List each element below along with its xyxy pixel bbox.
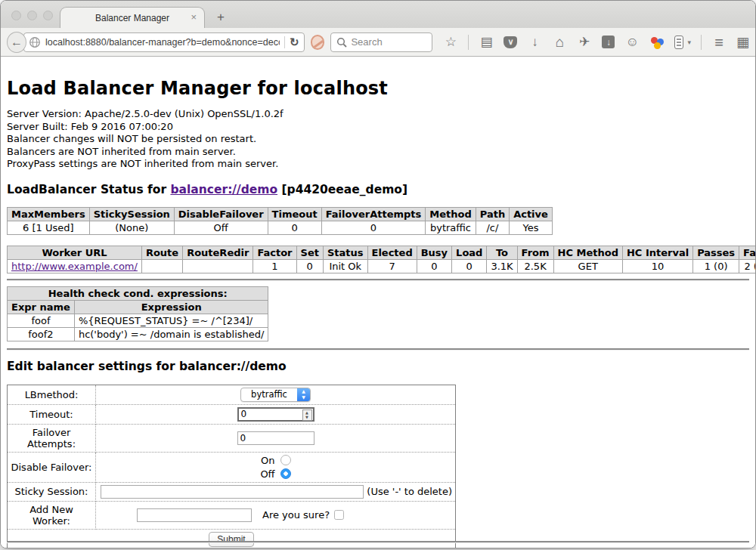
toolbar-separator-2 <box>701 35 702 50</box>
col-hc-method: HC Method <box>553 246 622 259</box>
cell-failoverattempts: 0 <box>321 221 426 234</box>
search-input[interactable] <box>351 36 426 48</box>
status-heading-prefix: LoadBalancer Status for <box>7 183 170 196</box>
cell-busy: 0 <box>417 259 451 273</box>
col-stickysession: StickySession <box>89 207 174 221</box>
submit-button[interactable]: Submit <box>209 532 253 547</box>
number-spinner-icon[interactable]: ▲▼ <box>302 409 312 421</box>
col-disablefailover: DisableFailover <box>174 207 268 221</box>
col-from: From <box>517 246 553 259</box>
col-worker-url: Worker URL <box>8 246 142 259</box>
col-method: Method <box>426 207 476 221</box>
cell-hc-interval: 10 <box>622 259 692 273</box>
col-active: Active <box>510 207 553 221</box>
cell-routeredir <box>183 259 253 273</box>
col-factor: Factor <box>253 246 296 259</box>
radio-on-label: On <box>261 455 274 466</box>
disable-failover-cell: On Off <box>96 452 456 482</box>
timeout-label: Timeout: <box>8 404 96 424</box>
cell-to: 3.1K <box>487 259 517 273</box>
new-tab-button[interactable]: + <box>217 10 225 25</box>
sticky-session-input[interactable] <box>101 485 364 499</box>
cell-expr-name: foof2 <box>8 327 75 341</box>
health-header-row: Expr name Expression <box>8 300 268 314</box>
tab-balancer-manager[interactable]: Balancer Manager × <box>60 7 205 28</box>
sticky-session-cell: (Use '-' to delete) <box>96 482 456 501</box>
timeout-row: Timeout: ▲▼ <box>8 404 456 424</box>
battery-dropdown-caret-icon[interactable]: ▾ <box>687 39 691 46</box>
section-divider <box>7 348 749 351</box>
bookmark-star-icon[interactable]: ☆ <box>443 36 458 48</box>
server-built-line: Server Built: Feb 9 2016 07:00:20 <box>7 121 749 134</box>
failover-attempts-input[interactable] <box>237 431 314 445</box>
col-elected: Elected <box>367 246 417 259</box>
col-busy: Busy <box>417 246 451 259</box>
save-to-device-icon[interactable]: ↓ <box>602 36 615 48</box>
col-expr-name: Expr name <box>8 300 75 314</box>
add-worker-input[interactable] <box>137 508 252 522</box>
cell-passes: 1 (0) <box>693 259 739 273</box>
tab-title: Balancer Manager <box>95 13 169 23</box>
cell-fails: 2 (0) <box>739 259 755 273</box>
failover-attempts-cell <box>96 424 456 452</box>
back-button[interactable]: ← <box>7 32 26 53</box>
lbmethod-row: LBmethod: bytraffic ▲▼ <box>8 385 456 404</box>
cell-disablefailover: Off <box>174 221 268 234</box>
section-divider <box>7 279 749 281</box>
window-zoom-button[interactable] <box>43 11 53 20</box>
cell-set: 0 <box>296 259 323 273</box>
health-row: foof %{REQUEST_STATUS} =~ /^[234]/ <box>8 314 268 327</box>
cell-elected: 7 <box>367 259 417 273</box>
feedback-smiley-icon[interactable]: ☺ <box>624 36 640 48</box>
timeout-cell: ▲▼ <box>96 404 456 424</box>
cell-route <box>141 259 182 273</box>
health-row: foof2 hc('body') =~ /domain is establish… <box>8 327 268 341</box>
window-minimize-button[interactable] <box>27 11 37 20</box>
tab-close-icon[interactable]: × <box>191 11 197 23</box>
url-bar[interactable]: ↻ <box>23 32 305 52</box>
reading-list-icon[interactable]: ▤ <box>479 36 494 48</box>
url-input[interactable] <box>45 37 280 48</box>
loadbalancer-status-heading: LoadBalancer Status for balancer://demo … <box>7 183 749 196</box>
content-blocker-icon[interactable] <box>311 35 325 50</box>
cell-expression: %{REQUEST_STATUS} =~ /^[234]/ <box>74 314 268 327</box>
page-content: Load Balancer Manager for localhost Serv… <box>1 57 755 548</box>
menu-hamburger-icon[interactable]: ≡ <box>711 35 727 50</box>
cell-timeout: 0 <box>268 221 321 234</box>
lbmethod-cell: bytraffic ▲▼ <box>96 385 456 404</box>
sticky-session-hint: (Use '-' to delete) <box>364 486 452 497</box>
window-close-button[interactable] <box>11 11 21 20</box>
sticky-session-label: Sticky Session: <box>8 482 96 501</box>
multi-color-extension-icon[interactable] <box>649 36 665 49</box>
battery-extension-icon[interactable] <box>674 36 683 49</box>
reload-icon[interactable]: ↻ <box>290 36 299 49</box>
edit-settings-heading: Edit balancer settings for balancer://de… <box>7 360 749 373</box>
balancer-demo-link[interactable]: balancer://demo <box>170 183 277 196</box>
disable-failover-on-radio[interactable] <box>280 455 291 465</box>
home-icon[interactable]: ⌂ <box>552 35 567 49</box>
disable-failover-row: Disable Failover: On Off <box>8 452 456 482</box>
browser-window: Balancer Manager × + ← ↻ ☆ ▤ ∨ ↓ ⌂ ✈ ↓ ☺ <box>0 0 756 548</box>
disable-failover-off-radio[interactable] <box>280 468 291 479</box>
cell-active: Yes <box>510 221 553 234</box>
col-set: Set <box>296 246 323 259</box>
server-info: Server Version: Apache/2.5.0-dev (Unix) … <box>7 108 749 171</box>
tab-groups-icon[interactable]: ▦ <box>736 34 749 51</box>
globe-icon <box>29 36 41 48</box>
lbmethod-select[interactable]: bytraffic ▲▼ <box>240 388 311 402</box>
radio-off-label: Off <box>260 468 274 480</box>
cell-method: bytraffic <box>426 221 476 234</box>
are-you-sure-checkbox[interactable] <box>334 510 344 520</box>
cell-status: Init Ok <box>323 259 367 273</box>
col-status: Status <box>323 246 367 259</box>
col-expression: Expression <box>74 300 268 314</box>
lbmethod-selected-value: bytraffic <box>241 389 297 400</box>
send-tab-icon[interactable]: ✈ <box>577 36 592 48</box>
persist-note-line: Balancer changes will NOT be persisted o… <box>7 133 749 146</box>
sticky-session-row: Sticky Session: (Use '-' to delete) <box>8 482 456 501</box>
worker-url-link[interactable]: http://www.example.com/ <box>11 261 138 272</box>
downloads-icon[interactable]: ↓ <box>527 36 542 48</box>
pocket-icon[interactable]: ∨ <box>503 36 517 48</box>
search-bar[interactable] <box>330 32 432 52</box>
search-icon <box>336 37 347 48</box>
